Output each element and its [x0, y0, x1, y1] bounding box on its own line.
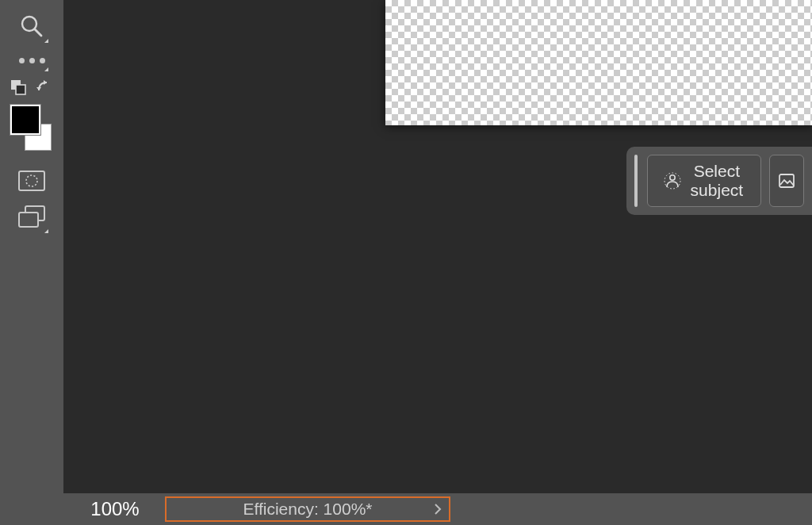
- svg-line-1: [35, 29, 41, 36]
- efficiency-label: Efficiency: 100%*: [243, 500, 372, 519]
- tool-palette: [0, 0, 63, 525]
- image-icon: [778, 172, 795, 190]
- svg-point-5: [26, 175, 37, 186]
- zoom-level[interactable]: 100%: [63, 498, 159, 520]
- select-subject-label: Select subject: [689, 162, 745, 200]
- svg-point-8: [670, 175, 675, 180]
- canvas-workspace[interactable]: Select subject: [63, 0, 812, 496]
- person-icon: [664, 172, 681, 190]
- chevron-right-icon: [433, 503, 442, 515]
- more-tools[interactable]: [12, 46, 52, 75]
- contextual-task-bar[interactable]: Select subject: [626, 147, 812, 215]
- dots-icon: [19, 58, 45, 63]
- color-swatches[interactable]: [12, 106, 52, 151]
- svg-rect-10: [779, 174, 794, 187]
- svg-rect-7: [19, 213, 38, 227]
- screen-mode-icon: [17, 205, 46, 229]
- transparent-canvas[interactable]: [385, 0, 812, 125]
- foreground-color-swatch[interactable]: [12, 106, 39, 133]
- quick-mask-mode[interactable]: [12, 163, 52, 198]
- quick-mask-icon: [18, 171, 45, 191]
- svg-rect-3: [16, 85, 25, 94]
- edit-toolbar-icon[interactable]: [10, 79, 28, 97]
- status-bar: 100% Efficiency: 100%*: [63, 493, 812, 525]
- drag-handle[interactable]: [634, 155, 638, 207]
- efficiency-indicator[interactable]: Efficiency: 100%*: [165, 496, 450, 522]
- switch-colors-icon[interactable]: [36, 79, 53, 97]
- magnifier-icon: [19, 13, 44, 39]
- zoom-tool[interactable]: [12, 6, 52, 46]
- select-subject-button[interactable]: Select subject: [647, 155, 761, 207]
- svg-rect-4: [19, 171, 44, 190]
- screen-mode[interactable]: [12, 198, 52, 236]
- secondary-context-button[interactable]: [769, 155, 804, 207]
